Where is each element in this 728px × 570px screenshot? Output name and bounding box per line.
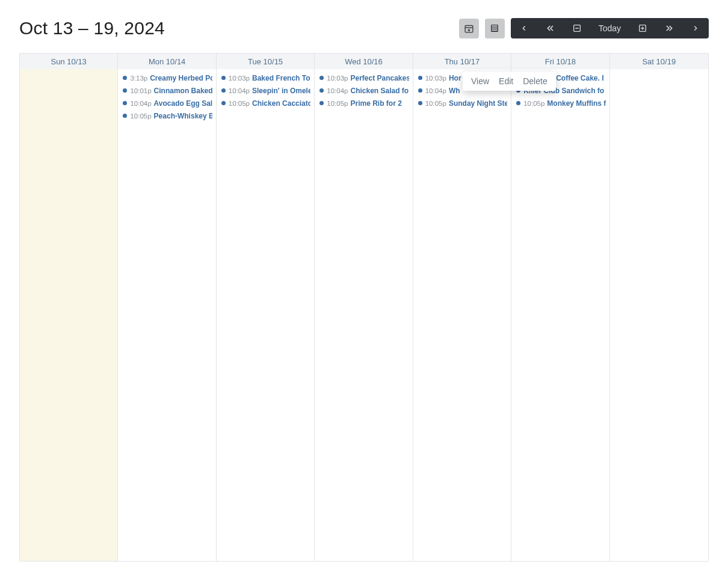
day-cell[interactable] (610, 69, 708, 561)
event-dot-icon (221, 76, 226, 80)
event-dot-icon (123, 76, 127, 80)
day-cells: 3:13pCreamy Herbed Potatoes10:01pCinnamo… (20, 69, 708, 561)
page-title: Oct 13 – 19, 2024 (19, 18, 165, 38)
event-row[interactable]: 3:13pCreamy Herbed Potatoes (118, 72, 215, 84)
event-title: Sleepin' in Omelette for (252, 87, 310, 95)
event-dot-icon (123, 114, 127, 118)
chevrons-left-icon (546, 23, 555, 33)
event-time: 10:05p (130, 112, 151, 120)
event-row[interactable]: 10:04pAvocado Egg Salad for 2 (118, 97, 215, 109)
event-dot-icon (319, 101, 324, 105)
minus-square-icon (572, 23, 582, 33)
day-header[interactable]: Wed 10/16 (315, 54, 413, 69)
event-title: Perfect Pancakes for 2 (350, 74, 409, 82)
event-dot-icon (123, 101, 127, 105)
event-title: Chicken Cacciatore for (252, 99, 310, 108)
day-cell[interactable]: 10:03pPerfect Pancakes for 210:04pChicke… (315, 69, 413, 561)
event-time: 10:05p (523, 100, 544, 107)
event-title: Sunday Night Stew for (449, 99, 507, 108)
zoom-out-button[interactable] (564, 18, 590, 38)
event-title: Avocado Egg Salad for 2 (154, 99, 212, 108)
popover-view[interactable]: View (471, 76, 489, 86)
prev-button[interactable] (511, 18, 537, 38)
day-header[interactable]: Fri 10/18 (511, 54, 609, 69)
popover-delete[interactable]: Delete (523, 76, 547, 86)
header: Oct 13 – 19, 2024 (19, 18, 709, 38)
event-time: 10:03p (327, 75, 348, 82)
chevrons-right-icon (664, 23, 674, 33)
list-view-button[interactable] (485, 19, 505, 38)
event-time: 10:04p (130, 100, 151, 107)
event-dot-icon (221, 101, 226, 105)
event-dot-icon (418, 101, 422, 105)
event-row[interactable]: 10:05pChicken Cacciatore for (217, 97, 314, 109)
event-title: Chicken Salad for 2 (350, 87, 409, 95)
next-fast-button[interactable] (656, 18, 682, 38)
event-title: Monkey Muffins for 2 (547, 99, 605, 108)
event-time: 3:13p (130, 75, 147, 82)
event-title: Prime Rib for 2 (350, 99, 401, 108)
svg-rect-4 (492, 25, 498, 32)
list-icon (490, 23, 499, 33)
day-header[interactable]: Thu 10/17 (413, 54, 511, 69)
event-time: 10:03p (425, 75, 446, 82)
nav-group: Today (511, 18, 709, 38)
chevron-right-icon (691, 24, 700, 32)
event-time: 10:05p (425, 100, 446, 107)
event-row[interactable]: 10:05pMonkey Muffins for 2 (511, 97, 609, 109)
day-headers: Sun 10/13Mon 10/14Tue 10/15Wed 10/16Thu … (20, 54, 708, 69)
today-button[interactable]: Today (590, 18, 629, 38)
event-time: 10:03p (229, 75, 250, 82)
day-cell[interactable] (20, 69, 118, 561)
day-cell[interactable]: 3:13pCreamy Herbed Potatoes10:01pCinnamo… (118, 69, 216, 561)
popover-edit[interactable]: Edit (499, 76, 513, 86)
day-header[interactable]: Tue 10/15 (217, 54, 315, 69)
event-row[interactable]: 10:01pCinnamon Baked French (118, 84, 215, 97)
event-row[interactable]: 10:05pPeach-Whiskey Barbecue (118, 109, 215, 122)
day-header[interactable]: Sat 10/19 (610, 54, 708, 69)
event-title: Hor (449, 74, 461, 82)
plus-square-icon (638, 23, 647, 33)
event-title: Peach-Whiskey Barbecue (154, 112, 212, 120)
event-time: 10:01p (130, 87, 151, 94)
event-time: 10:04p (229, 87, 250, 94)
prev-fast-button[interactable] (537, 18, 564, 38)
calendar: Sun 10/13Mon 10/14Tue 10/15Wed 10/16Thu … (19, 53, 709, 562)
event-title: Creamy Herbed Potatoes (150, 74, 212, 82)
day-header[interactable]: Mon 10/14 (118, 54, 216, 69)
event-dot-icon (418, 88, 422, 93)
event-dot-icon (319, 88, 324, 93)
event-time: 10:04p (425, 87, 446, 94)
event-title: Baked French Toast for (252, 74, 310, 82)
event-row[interactable]: 10:03pPerfect Pancakes for 2 (315, 72, 412, 84)
zoom-in-button[interactable] (629, 18, 656, 38)
event-row[interactable]: 10:05pSunday Night Stew for (413, 97, 511, 109)
event-dot-icon (516, 101, 520, 105)
event-time: 10:05p (327, 100, 348, 107)
event-time: 10:04p (327, 87, 348, 94)
toolbar: Today (459, 18, 709, 38)
event-dot-icon (221, 88, 226, 93)
day-cell[interactable]: The Best Coffee Cake. IKiller Club Sandw… (511, 69, 609, 561)
chevron-left-icon (520, 24, 528, 32)
calendar-plus-icon (464, 23, 474, 34)
event-popover: View Edit Delete (463, 72, 556, 91)
event-row[interactable]: 10:03pBaked French Toast for (217, 72, 314, 84)
event-dot-icon (418, 76, 422, 80)
day-cell[interactable]: 10:03pHor10:04pWh10:05pSunday Night Stew… (413, 69, 511, 561)
add-event-button[interactable] (459, 19, 479, 38)
day-cell[interactable]: 10:03pBaked French Toast for10:04pSleepi… (217, 69, 315, 561)
event-row[interactable]: 10:05pPrime Rib for 2 (315, 97, 412, 109)
next-button[interactable] (682, 18, 709, 38)
event-row[interactable]: 10:04pSleepin' in Omelette for (217, 84, 314, 97)
event-dot-icon (123, 88, 127, 93)
event-row[interactable]: 10:04pChicken Salad for 2 (315, 84, 412, 97)
day-header[interactable]: Sun 10/13 (20, 54, 118, 69)
event-time: 10:05p (229, 100, 250, 107)
event-dot-icon (319, 76, 324, 80)
event-title: Wh (449, 87, 460, 95)
event-title: Cinnamon Baked French (154, 87, 212, 95)
